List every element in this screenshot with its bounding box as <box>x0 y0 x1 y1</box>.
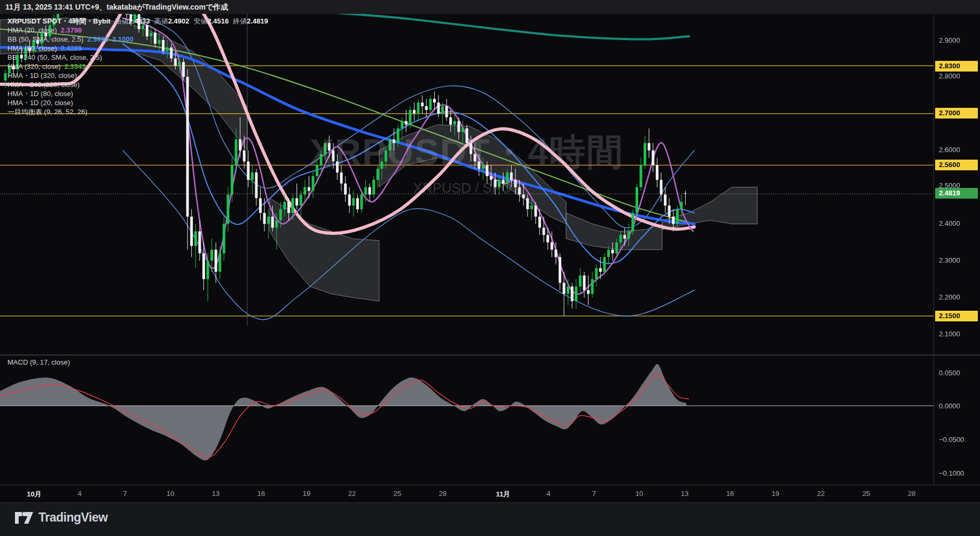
candle-body <box>207 261 209 279</box>
candle-body <box>380 161 383 169</box>
legend-row[interactable]: HMA・1D (20, close) <box>7 98 268 107</box>
candle-body <box>263 213 266 224</box>
legend-row[interactable]: HMA・240 (320, close) <box>7 80 268 89</box>
candle-body <box>490 176 492 180</box>
candle-body <box>603 257 606 272</box>
candle-body <box>668 206 671 217</box>
candle-body <box>546 235 549 242</box>
candle-body <box>292 198 294 213</box>
candle-body <box>595 268 598 279</box>
candle-body <box>684 193 687 194</box>
candle-body <box>656 165 658 180</box>
candle-body <box>405 121 407 125</box>
candle-body <box>401 121 403 129</box>
candle-body <box>591 279 594 294</box>
price-tick-label: 0.0500 <box>939 369 960 377</box>
candle-body <box>409 110 412 125</box>
candle-body <box>526 198 529 209</box>
time-tick-label: 7 <box>123 490 127 498</box>
ohlc-value: 2.4902 <box>168 17 190 25</box>
price-level-badge: 2.8300 <box>935 61 978 72</box>
candle-body <box>466 128 468 143</box>
candle-body <box>308 187 310 191</box>
candle-body <box>275 220 278 228</box>
candle-body <box>385 151 387 162</box>
candle-body <box>628 231 630 239</box>
candle-body <box>664 194 667 206</box>
candle-body <box>620 235 622 242</box>
candle-body <box>235 139 238 165</box>
candle-body <box>65 0 67 3</box>
legend-row-label: HMA (80, close) <box>7 44 57 52</box>
time-tick-label: 28 <box>908 490 915 498</box>
candle-body <box>498 180 500 187</box>
price-tick-label: −0.1000 <box>939 469 964 477</box>
candle-body <box>295 198 298 206</box>
legend-row[interactable]: BB・240 (50, SMA, close, 2.5) <box>7 53 268 62</box>
time-tick-label: 22 <box>817 490 825 498</box>
candle-body <box>198 231 201 253</box>
time-tick-label: 10 <box>636 490 643 498</box>
tradingview-logo[interactable]: TradingView <box>15 510 108 525</box>
symbol-title-row[interactable]: XRPUSDT SPOT・4時間・Bybit始値2.4833高値2.4902安値… <box>7 17 268 26</box>
candle-body <box>243 151 246 162</box>
candle-body <box>61 3 64 11</box>
legend-row-label: HMA (320, close) <box>7 62 61 70</box>
candle-body <box>348 194 351 206</box>
price-level-badge: 2.5600 <box>935 160 978 170</box>
candle-body <box>506 172 508 184</box>
legend-row[interactable]: HMA (320, close)2.3343 <box>7 62 268 71</box>
candle-body <box>231 165 233 194</box>
candle-body <box>271 217 274 228</box>
candle-body <box>453 121 456 125</box>
candle-body <box>218 254 221 272</box>
time-tick-label: 25 <box>394 490 401 498</box>
hma-1d-20-teal-line[interactable] <box>330 12 689 39</box>
time-axis[interactable]: 10月471013161922252811月4710131619222528 <box>0 485 980 502</box>
candle-body <box>360 194 363 209</box>
candle-body <box>543 227 545 235</box>
candle-body <box>421 103 424 106</box>
candle-body <box>259 198 262 213</box>
symbol-name: XRPUSDT SPOT・4時間・Bybit <box>7 17 111 25</box>
time-tick-label: 28 <box>439 490 446 498</box>
candle-body <box>631 213 634 232</box>
candle-body <box>433 99 436 103</box>
legend-row[interactable]: BB (50, SMA, close, 2.5)2.59952.1000 <box>7 35 268 44</box>
price-tick-label: −0.0500 <box>939 436 964 444</box>
legend-row-label: HMA・1D (80, close) <box>7 90 73 98</box>
price-tick-label: 2.1000 <box>939 330 960 338</box>
indicator-legend: XRPUSDT SPOT・4時間・Bybit始値2.4833高値2.4902安値… <box>7 17 268 116</box>
price-axis[interactable]: 2.90002.80002.60002.50002.40002.30002.20… <box>934 14 980 485</box>
candle-body <box>425 106 428 110</box>
candle-body <box>340 172 343 184</box>
candle-body <box>324 143 326 154</box>
macd-pane[interactable] <box>0 364 934 460</box>
ohlc-value: 2.4833 <box>129 17 150 25</box>
candle-body <box>389 139 391 151</box>
legend-row[interactable]: HMA・1D (80, close) <box>7 89 268 98</box>
price-tick-label: 2.6000 <box>939 146 960 154</box>
legend-row[interactable]: HMA (20, close)2.3798 <box>7 26 268 35</box>
time-tick-label: 16 <box>257 490 265 498</box>
ohlc-label: 始値 <box>115 17 129 25</box>
candle-body <box>680 202 683 209</box>
legend-row[interactable]: HMA (80, close)2.4289 <box>7 44 268 53</box>
candle-body <box>623 235 626 239</box>
bottom-toolbar: TradingView <box>0 502 980 536</box>
candle-body <box>457 121 460 132</box>
price-tick-label: 2.9000 <box>939 36 960 44</box>
candle-body <box>126 3 128 14</box>
ohlc-label: 高値 <box>154 17 168 25</box>
macd-signal-line <box>0 374 689 457</box>
candle-body <box>239 139 241 151</box>
legend-row[interactable]: 一目均衡表 (9, 26, 52, 26) <box>7 107 268 116</box>
legend-row-label: HMA・240 (320, close) <box>7 81 80 89</box>
candle-body <box>356 198 359 209</box>
legend-row[interactable]: HMA・1D (320, close) <box>7 71 268 80</box>
candle-body <box>502 180 505 184</box>
candle-body <box>648 143 650 151</box>
tradingview-logo-text: TradingView <box>38 510 108 525</box>
candle-body <box>303 187 306 195</box>
macd-legend[interactable]: MACD (9, 17, close) <box>7 358 70 366</box>
